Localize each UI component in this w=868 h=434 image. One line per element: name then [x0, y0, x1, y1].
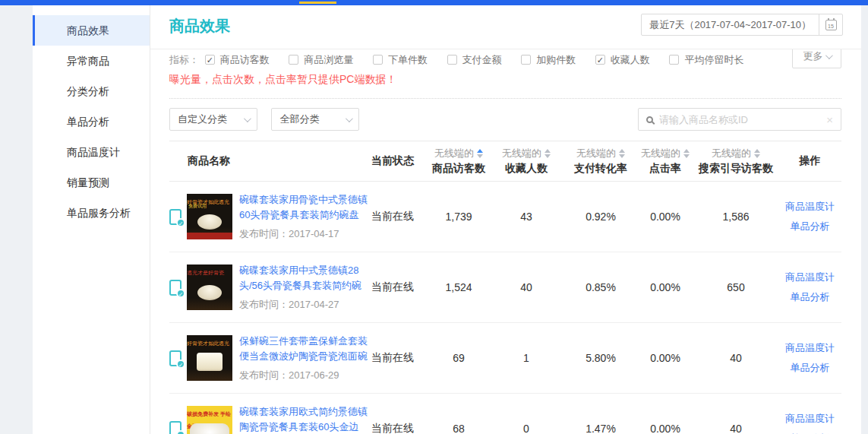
checkbox-icon[interactable] [447, 55, 457, 65]
mobile-online-icon: ✓ [169, 280, 181, 296]
col-wireless-pay-conversion: 无线端的 支付转化率 [564, 141, 637, 182]
metric-order-count[interactable]: 下单件数 [373, 53, 428, 67]
product-table: 商品名称 当前状态 无线端的 商品访客数 无线端的 收藏人数 无线端的 支付转化… [169, 141, 841, 434]
publish-date: 发布时间：2017-06-29 [239, 369, 368, 382]
sort-icon[interactable] [683, 149, 690, 158]
sidebar-item-item-analysis[interactable]: 单品分析 [33, 106, 150, 137]
product-thumbnail[interactable]: 好骨瓷才如此透光 [187, 335, 232, 381]
chevron-down-icon [825, 52, 833, 59]
checkbox-icon[interactable] [521, 55, 531, 65]
content-scroll-area: 指标： 商品访客数 商品浏览量 下单件数 支付金额 加购件数 收藏人数 平均停留… [150, 49, 861, 434]
col-actions: 操作 [778, 141, 841, 182]
search-input[interactable] [659, 114, 820, 125]
item-analysis-link[interactable]: 单品分析 [778, 217, 841, 236]
vertical-scrollbar[interactable] [861, 5, 868, 434]
search-icon [646, 116, 653, 123]
sidebar: 商品效果 异常商品 分类分析 单品分析 商品温度计 销量预测 单品服务分析 [33, 5, 150, 434]
metric-avg-stay-time[interactable]: 平均停留时长 [669, 53, 743, 67]
col-wireless-favorites: 无线端的 收藏人数 [488, 141, 564, 182]
sort-icon[interactable] [754, 149, 760, 158]
search-visitors-value: 40 [693, 323, 778, 394]
top-nav-active-indicator [299, 2, 336, 4]
product-title-link[interactable]: 碗碟套装家用中式景德镇28头/56头骨瓷餐具套装简约碗 [239, 263, 368, 293]
product-title-link[interactable]: 碗碟套装家用欧式简约景德镇陶瓷骨瓷餐具套装60头金边 [239, 404, 368, 434]
click-rate-value: 0.00% [637, 182, 693, 252]
click-rate-value: 0.00% [637, 252, 693, 323]
favorites-value: 0 [488, 394, 564, 434]
checkbox-icon[interactable] [669, 55, 679, 65]
metric-product-views[interactable]: 商品浏览量 [289, 53, 353, 67]
thumbnail-banner [187, 233, 232, 239]
filter-bar: 自定义分类 全部分类 × [169, 108, 841, 131]
all-category-select[interactable]: 全部分类 [271, 108, 359, 131]
status-text: 当前在线 [371, 394, 429, 434]
product-thumbnail[interactable]: 好骨瓷才如此透光 免费试用 [187, 194, 232, 239]
date-range-text: 最近7天（2017-07-04~2017-07-10） [642, 18, 819, 32]
more-metrics-button[interactable]: 更多 [792, 49, 841, 68]
product-title-link[interactable]: 碗碟套装家用骨瓷中式景德镇60头骨瓷餐具套装简约碗盘 [239, 192, 368, 223]
sort-icon[interactable] [477, 149, 483, 158]
product-thumbnail[interactable]: 透光才是好骨瓷 [187, 265, 232, 310]
pay-conversion-value: 0.85% [564, 252, 637, 323]
checkbox-checked-icon[interactable] [595, 55, 605, 65]
favorites-value: 40 [488, 252, 564, 323]
sidebar-item-abnormal-products[interactable]: 异常商品 [33, 46, 150, 76]
lunchbox-image [197, 353, 223, 371]
product-thermometer-link[interactable]: 商品温度计 [778, 197, 841, 217]
product-title-link[interactable]: 保鲜碗三件套带盖保鲜盒套装便当盒微波炉陶瓷骨瓷泡面碗 [239, 334, 368, 364]
product-thermometer-link[interactable]: 商品温度计 [778, 268, 841, 287]
table-row: ✓ 好骨瓷才如此透光 免费试用 碗碟套装家用骨瓷中式景德镇60头骨瓷餐具套装简约… [169, 182, 841, 252]
checkbox-icon[interactable] [289, 55, 298, 65]
product-thermometer-link[interactable]: 商品温度计 [778, 338, 841, 358]
table-header-row: 商品名称 当前状态 无线端的 商品访客数 无线端的 收藏人数 无线端的 支付转化… [169, 141, 841, 182]
item-analysis-link[interactable]: 单品分析 [778, 358, 841, 378]
pay-conversion-value: 5.80% [564, 323, 637, 394]
sort-icon[interactable] [619, 149, 625, 158]
product-thermometer-link[interactable]: 商品温度计 [778, 409, 841, 429]
mobile-online-icon: ✓ [169, 421, 181, 434]
sidebar-item-item-service-analysis[interactable]: 单品服务分析 [33, 198, 150, 228]
search-visitors-value: 40 [693, 394, 778, 434]
dishes-image [190, 423, 229, 434]
sidebar-item-category-analysis[interactable]: 分类分析 [33, 76, 150, 106]
metric-product-visitors[interactable]: 商品访客数 [205, 53, 270, 67]
visitors-value: 1,524 [429, 252, 488, 323]
page-header: 商品效果 最近7天（2017-07-04~2017-07-10） 15 [150, 5, 868, 43]
publish-date: 发布时间：2017-04-17 [239, 227, 368, 241]
favorites-value: 43 [488, 182, 564, 252]
sidebar-item-product-effect[interactable]: 商品效果 [33, 15, 150, 46]
main-panel: 商品效果 最近7天（2017-07-04~2017-07-10） 15 指标： … [150, 5, 868, 434]
date-range-picker[interactable]: 最近7天（2017-07-04~2017-07-10） 15 [641, 14, 843, 36]
col-current-status: 当前状态 [371, 141, 429, 182]
col-wireless-search-visitors: 无线端的 搜索引导访客数 [693, 141, 778, 182]
custom-category-select[interactable]: 自定义分类 [169, 108, 257, 131]
sidebar-item-sales-forecast[interactable]: 销量预测 [33, 167, 150, 198]
search-visitors-value: 1,586 [693, 182, 778, 252]
chevron-down-icon [244, 115, 251, 122]
product-search-box: × [638, 108, 841, 131]
sidebar-item-product-thermometer[interactable]: 商品温度计 [33, 137, 150, 167]
page-title: 商品效果 [169, 16, 230, 36]
item-analysis-link[interactable]: 单品分析 [778, 429, 841, 434]
favorites-value: 1 [488, 323, 564, 394]
click-rate-value: 0.00% [637, 323, 693, 394]
metric-favorites-count[interactable]: 收藏人数 [595, 53, 650, 67]
checkbox-icon[interactable] [373, 55, 383, 65]
chevron-down-icon [346, 115, 353, 122]
col-product-name: 商品名称 [169, 141, 371, 182]
metrics-label: 指标： [169, 54, 199, 65]
metric-payment-amount[interactable]: 支付金额 [447, 53, 502, 67]
col-wireless-click-rate: 无线端的 点击率 [637, 141, 693, 182]
item-analysis-link[interactable]: 单品分析 [778, 287, 841, 307]
sort-icon[interactable] [544, 149, 551, 158]
checkbox-checked-icon[interactable] [205, 55, 215, 65]
visitors-value: 69 [429, 323, 488, 394]
table-row: ✓ 好骨瓷才如此透光 保鲜碗三件套带盖保鲜盒套装便当盒微波炉陶瓷骨瓷泡面碗 发布… [169, 323, 841, 394]
calendar-button[interactable]: 15 [819, 14, 842, 35]
top-nav-bar [0, 0, 868, 5]
metric-cart-count[interactable]: 加购件数 [521, 53, 576, 67]
col-wireless-visitors: 无线端的 商品访客数 [429, 141, 488, 182]
visitors-value: 68 [429, 394, 488, 434]
product-thumbnail[interactable]: 破损免费补发 手绘金边 [187, 406, 232, 434]
clear-search-icon[interactable]: × [826, 114, 833, 125]
